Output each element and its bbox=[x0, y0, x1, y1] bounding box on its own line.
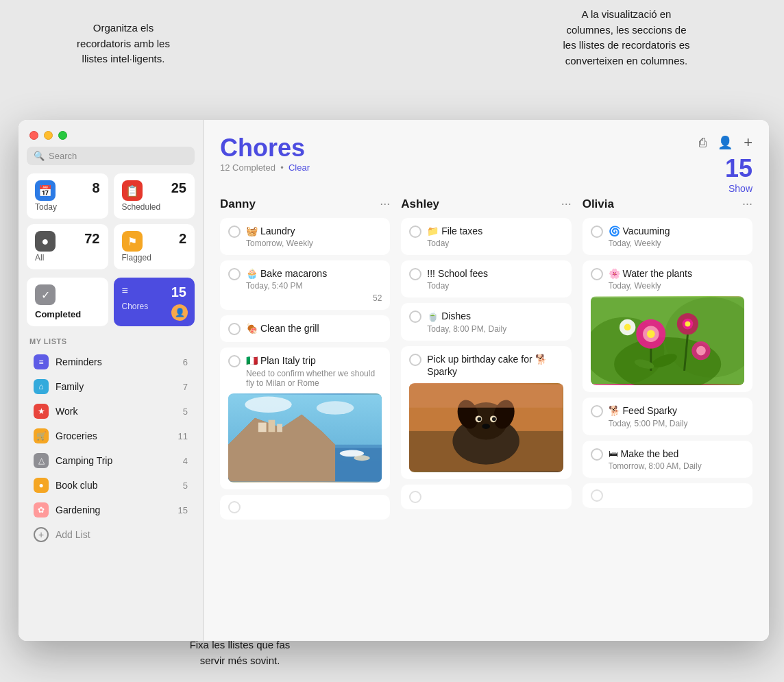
main-header: Chores 12 Completed • Clear ⎙ 👤 + 15 Sho… bbox=[220, 134, 752, 194]
sidebar-item-reminders[interactable]: ≡ Reminders 6 bbox=[23, 350, 199, 374]
task-bed[interactable]: 🛏 Make the bed Tomorrow, 8:00 AM, Daily bbox=[583, 441, 752, 478]
search-input: Search bbox=[49, 151, 77, 161]
search-icon: 🔍 bbox=[34, 151, 45, 161]
add-list-label: Add List bbox=[56, 529, 90, 540]
danny-empty-checkbox[interactable] bbox=[228, 501, 241, 513]
groceries-count: 11 bbox=[178, 431, 188, 441]
task-macarons[interactable]: 🧁 Bake macarons Today, 5:40 PM 52 bbox=[220, 260, 390, 310]
column-ashley-header: Ashley ··· bbox=[401, 197, 571, 211]
task-vacuum[interactable]: 🌀 Vacuuming Today, Weekly bbox=[583, 218, 752, 255]
bookclub-count: 5 bbox=[183, 480, 188, 491]
svg-point-11 bbox=[354, 455, 369, 461]
sidebar-item-all[interactable]: ● 72 All bbox=[27, 224, 108, 269]
task-cake[interactable]: Pick up birthday cake for 🐕 Sparky bbox=[401, 346, 571, 479]
svg-rect-8 bbox=[269, 419, 275, 432]
task-feed-sparky[interactable]: 🐕 Feed Sparky Today, 5:00 PM, Daily bbox=[583, 398, 752, 435]
annotation-top-left: Organitza els recordatoris amb les llist… bbox=[34, 21, 212, 67]
task-school[interactable]: !!! School fees Today bbox=[401, 260, 571, 297]
macarons-title: 🧁 Bake macarons bbox=[246, 267, 382, 280]
task-taxes[interactable]: 📁 File taxes Today bbox=[401, 218, 571, 255]
scheduled-count: 25 bbox=[171, 180, 186, 196]
dishes-title: 🍵 Dishes bbox=[427, 310, 563, 322]
ashley-empty-checkbox[interactable] bbox=[409, 491, 421, 503]
sidebar-item-flagged[interactable]: ⚑ 2 Flagged bbox=[114, 224, 195, 269]
olivia-empty-checkbox[interactable] bbox=[591, 489, 603, 502]
sidebar-item-groceries[interactable]: 🛒 Groceries 11 bbox=[23, 424, 199, 448]
school-title: !!! School fees bbox=[427, 267, 563, 280]
search-bar[interactable]: 🔍 Search bbox=[27, 147, 195, 165]
feed-sparky-checkbox[interactable] bbox=[591, 405, 603, 417]
completed-info: 12 Completed • Clear bbox=[220, 162, 310, 173]
italy-subtitle: Need to confirm whether we should fly to… bbox=[246, 369, 382, 388]
italy-checkbox[interactable] bbox=[228, 355, 241, 367]
app-window: 🔍 Search 📅 8 Today 📋 25 Scheduled bbox=[19, 120, 769, 641]
sidebar-item-family[interactable]: ⌂ Family 7 bbox=[23, 374, 199, 399]
today-icon: 📅 bbox=[35, 180, 56, 201]
column-danny: Danny ··· 🧺 Laundry Tomorrow, Weekly bbox=[220, 197, 390, 641]
task-plants[interactable]: 🌸 Water the plants Today, Weekly bbox=[583, 260, 752, 392]
reminders-count: 6 bbox=[183, 357, 188, 367]
family-count: 7 bbox=[183, 382, 188, 392]
italy-title: 🇮🇹 Plan Italy trip bbox=[246, 354, 382, 367]
close-button[interactable] bbox=[29, 131, 38, 140]
svg-point-30 bbox=[647, 330, 655, 339]
task-laundry[interactable]: 🧺 Laundry Tomorrow, Weekly bbox=[220, 218, 390, 255]
cake-checkbox[interactable] bbox=[409, 354, 421, 366]
main-count-area: ⎙ 👤 + 15 Show bbox=[699, 134, 752, 194]
danny-more-button[interactable]: ··· bbox=[380, 197, 390, 211]
annotation-bottom: Fixa les llistes que fas servir més sovi… bbox=[137, 637, 343, 668]
sidebar-item-completed[interactable]: ✓ Completed bbox=[27, 278, 108, 326]
task-dishes[interactable]: 🍵 Dishes Today, 8:00 PM, Daily bbox=[401, 303, 571, 340]
laundry-checkbox[interactable] bbox=[228, 226, 241, 238]
bed-subtitle: Tomorrow, 8:00 AM, Daily bbox=[609, 461, 744, 471]
feed-sparky-title: 🐕 Feed Sparky bbox=[609, 404, 744, 417]
smart-lists-grid: 📅 8 Today 📋 25 Scheduled ● 72 All bbox=[19, 173, 203, 278]
svg-rect-7 bbox=[258, 422, 267, 432]
olivia-more-button[interactable]: ··· bbox=[742, 197, 752, 211]
macarons-checkbox[interactable] bbox=[228, 268, 241, 280]
grill-checkbox[interactable] bbox=[228, 323, 241, 335]
ashley-more-button[interactable]: ··· bbox=[561, 197, 572, 211]
sidebar-item-today[interactable]: 📅 8 Today bbox=[27, 173, 108, 219]
avatar-icon[interactable]: 👤 bbox=[718, 135, 733, 150]
svg-point-20 bbox=[478, 417, 482, 421]
sidebar-item-bookclub[interactable]: ● Book club 5 bbox=[23, 473, 199, 498]
taxes-checkbox[interactable] bbox=[409, 226, 421, 238]
chores-icon: ≡ bbox=[122, 284, 128, 297]
grill-title: 🍖 Clean the grill bbox=[246, 322, 382, 334]
plants-title: 🌸 Water the plants bbox=[609, 267, 744, 280]
svg-point-1 bbox=[245, 396, 291, 412]
add-icon[interactable]: + bbox=[744, 134, 752, 151]
fullscreen-button[interactable] bbox=[58, 131, 67, 140]
svg-rect-9 bbox=[277, 424, 282, 432]
plants-checkbox[interactable] bbox=[591, 268, 603, 280]
today-label: Today bbox=[35, 202, 100, 212]
vacuum-checkbox[interactable] bbox=[591, 226, 603, 238]
laundry-subtitle: Tomorrow, Weekly bbox=[246, 239, 382, 248]
work-label: Work bbox=[56, 406, 183, 417]
work-icon: ★ bbox=[34, 404, 49, 419]
cake-title: Pick up birthday cake for 🐕 Sparky bbox=[427, 353, 563, 378]
sidebar-item-chores[interactable]: ≡ 15 Chores 👤 bbox=[114, 278, 195, 326]
dishes-subtitle: Today, 8:00 PM, Daily bbox=[427, 324, 563, 334]
all-icon: ● bbox=[35, 231, 56, 252]
bed-checkbox[interactable] bbox=[591, 448, 603, 461]
task-grill[interactable]: 🍖 Clean the grill bbox=[220, 315, 390, 342]
share-icon[interactable]: ⎙ bbox=[699, 136, 707, 150]
dishes-checkbox[interactable] bbox=[409, 310, 421, 323]
minimize-button[interactable] bbox=[44, 131, 53, 140]
svg-rect-23 bbox=[409, 385, 563, 408]
macarons-subtitle: Today, 5:40 PM bbox=[246, 281, 382, 291]
camping-label: Camping Trip bbox=[56, 455, 183, 466]
clear-link[interactable]: Clear bbox=[289, 162, 310, 173]
sidebar-item-gardening[interactable]: ✿ Gardening 15 bbox=[23, 498, 199, 522]
task-italy[interactable]: 🇮🇹 Plan Italy trip Need to confirm wheth… bbox=[220, 348, 390, 489]
school-checkbox[interactable] bbox=[409, 268, 421, 280]
add-list-button[interactable]: + Add List bbox=[23, 522, 199, 547]
bed-title: 🛏 Make the bed bbox=[609, 448, 744, 460]
show-button[interactable]: Show bbox=[699, 183, 752, 194]
sidebar-item-scheduled[interactable]: 📋 25 Scheduled bbox=[114, 173, 195, 219]
sidebar-item-work[interactable]: ★ Work 5 bbox=[23, 399, 199, 424]
groceries-label: Groceries bbox=[56, 430, 178, 441]
sidebar-item-camping[interactable]: △ Camping Trip 4 bbox=[23, 448, 199, 473]
